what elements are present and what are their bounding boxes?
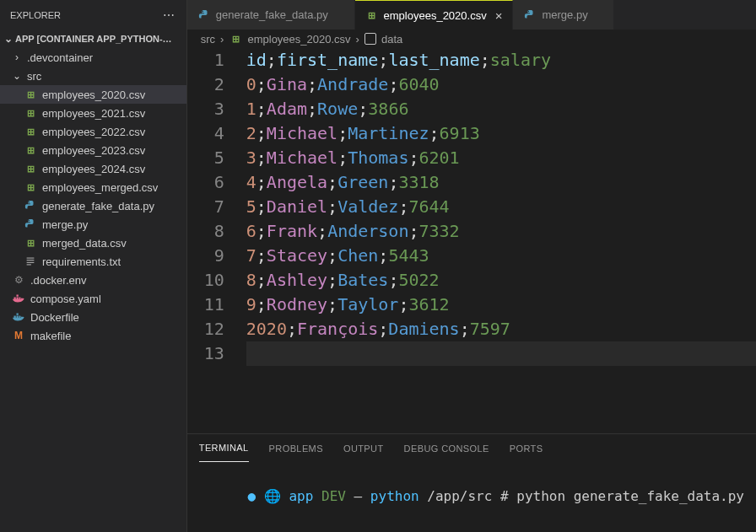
panel-tab-problems[interactable]: PROBLEMS [269,443,323,454]
terminal-prompt-suffix: # [500,488,509,504]
panel-tabs: TERMINALPROBLEMSOUTPUTDEBUG CONSOLEPORTS [187,434,756,462]
explorer-sidebar: EXPLORER ⋯ ⌄ APP [CONTAINER APP_PYTHON-…… [0,0,187,532]
file-item[interactable]: ⊞employees_2023.csv [0,141,186,159]
line-number: 1 [187,48,224,73]
line-number: 12 [187,317,224,341]
python-icon [197,8,211,22]
python-icon [24,199,37,212]
folder-item[interactable]: ›.devcontainer [0,48,186,67]
chevron-down-icon: ⌄ [12,70,22,82]
tree-item-label: employees_merged.csv [42,181,158,194]
tree-item-label: employees_2024.csv [42,163,145,175]
tree-item-label: employees_2023.csv [42,144,145,157]
code-line[interactable]: 0;Gina;Andrade;6040 [246,73,756,97]
code-line[interactable]: 2020;François;Damiens;7597 [246,317,756,341]
panel-tab-debug-console[interactable]: DEBUG CONSOLE [404,443,489,454]
code-line[interactable]: 2;Michael;Martinez;6913 [246,121,756,146]
file-item[interactable]: ⊞employees_2024.csv [0,159,186,178]
editor-tab[interactable]: merge.py× [513,0,614,30]
terminal-env: DEV [321,488,346,504]
terminal-shell: python [370,488,419,504]
panel-tab-ports[interactable]: PORTS [510,443,543,454]
editor-tabs: generate_fake_data.py×⊞employees_2020.cs… [187,0,756,30]
python-icon [523,8,537,22]
breadcrumb-folder[interactable]: src [201,33,215,46]
csv-icon: ⊞ [24,143,37,157]
terminal-command: python generate_fake_data.py [516,488,744,504]
tree-item-label: src [27,70,41,83]
file-item[interactable]: ⊞employees_merged.csv [0,178,186,196]
code-line[interactable]: 4;Angela;Green;3318 [246,170,756,195]
panel-tab-output[interactable]: OUTPUT [343,443,384,454]
file-item[interactable]: Mmakefile [0,326,186,345]
terminal-content[interactable]: ● 🌐 app DEV – python /app/src # python g… [187,462,756,532]
bottom-panel: TERMINALPROBLEMSOUTPUTDEBUG CONSOLEPORTS… [187,433,756,532]
editor[interactable]: 12345678910111213 id;first_name;last_nam… [187,48,756,433]
csv-icon: ⊞ [229,32,242,46]
makefile-icon: M [12,329,25,342]
prompt-dot-icon: ● [248,488,256,504]
code-content[interactable]: id;first_name;last_name;salary0;Gina;And… [246,48,756,433]
file-item[interactable]: ⊞merged_data.csv [0,234,186,252]
breadcrumb-symbol[interactable]: data [381,33,402,46]
code-line[interactable]: 9;Rodney;Taylor;3612 [246,293,756,317]
svg-rect-5 [27,265,31,266]
file-item[interactable]: Dockerfile [0,308,186,326]
explorer-more-icon[interactable]: ⋯ [163,8,176,22]
docker-compose-icon [12,292,25,305]
tree-item-label: requirements.txt [42,255,121,268]
csv-icon: ⊞ [24,88,37,101]
code-line[interactable]: 1;Adam;Rowe;3866 [246,97,756,121]
tree-item-label: makefile [30,330,71,342]
chevron-right-icon: › [12,51,22,63]
tab-label: employees_2020.csv [384,9,487,22]
explorer-title: EXPLORER [10,10,61,20]
file-item[interactable]: ⊞employees_2021.csv [0,104,186,122]
line-number: 3 [187,97,224,121]
terminal-app: app [289,488,313,504]
file-item[interactable]: compose.yaml [0,289,186,308]
line-number: 13 [187,341,224,366]
csv-icon: ⊞ [24,106,37,120]
svg-point-1 [29,220,30,221]
tree-item-label: Dockerfile [30,311,79,324]
code-line[interactable]: 5;Daniel;Valdez;7644 [246,195,756,219]
file-item[interactable]: ⊞employees_2020.csv [0,85,186,104]
line-number: 8 [187,219,224,244]
code-line[interactable]: 8;Ashley;Bates;5022 [246,268,756,293]
code-line[interactable]: id;first_name;last_name;salary [246,48,756,73]
close-icon[interactable]: × [495,8,503,23]
svg-point-7 [528,11,529,12]
file-item[interactable]: generate_fake_data.py [0,196,186,215]
breadcrumb-file[interactable]: employees_2020.csv [247,33,350,46]
file-item[interactable]: ⚙.docker.env [0,271,186,289]
svg-point-0 [29,202,30,202]
folder-item[interactable]: ⌄src [0,67,186,85]
tree-item-label: merged_data.csv [42,237,127,250]
line-number: 6 [187,170,224,195]
file-item[interactable]: requirements.txt [0,252,186,271]
code-line[interactable]: 6;Frank;Anderson;7332 [246,219,756,244]
terminal-sep: – [354,488,363,504]
gear-icon: ⚙ [12,273,25,287]
breadcrumbs[interactable]: src › ⊞ employees_2020.csv › data [187,30,756,48]
editor-tab[interactable]: generate_fake_data.py× [187,0,355,30]
line-number: 7 [187,195,224,219]
code-line[interactable] [246,341,756,366]
main-area: generate_fake_data.py×⊞employees_2020.cs… [187,0,756,532]
line-number: 2 [187,73,224,97]
line-number: 5 [187,146,224,170]
chevron-down-icon: ⌄ [3,33,14,45]
workspace-section-header[interactable]: ⌄ APP [CONTAINER APP_PYTHON-… [0,30,186,48]
line-number: 9 [187,244,224,268]
editor-tab[interactable]: ⊞employees_2020.csv× [355,0,514,30]
workspace-name: APP [CONTAINER APP_PYTHON-… [15,34,172,44]
tree-item-label: .devcontainer [27,51,93,64]
file-item[interactable]: merge.py [0,215,186,234]
python-icon [24,218,37,231]
panel-tab-terminal[interactable]: TERMINAL [199,434,249,462]
code-line[interactable]: 3;Michael;Thomas;6201 [246,146,756,170]
file-item[interactable]: ⊞employees_2022.csv [0,122,186,141]
code-line[interactable]: 7;Stacey;Chen;5443 [246,244,756,268]
tree-item-label: employees_2022.csv [42,126,145,138]
